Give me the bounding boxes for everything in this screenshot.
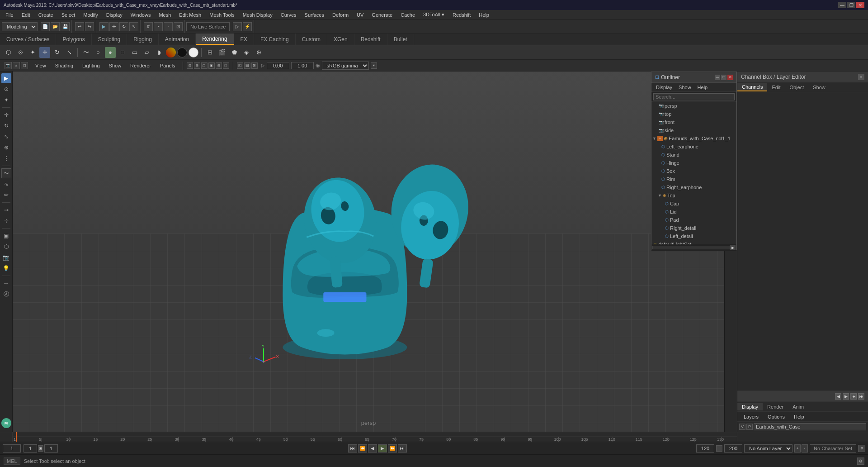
tab-animation[interactable]: Animation: [159, 33, 196, 45]
rotate-tool[interactable]: ↻: [119, 22, 128, 31]
vp-btn1[interactable]: ⊡: [187, 62, 193, 69]
lasso-icon[interactable]: ⊙: [15, 47, 26, 58]
anim-layer-btn1[interactable]: +: [794, 444, 801, 453]
menu-curves[interactable]: Curves: [277, 11, 300, 19]
go-start-btn[interactable]: ⏮: [348, 444, 357, 453]
minimize-button[interactable]: —: [838, 2, 846, 8]
menu-mesh-tools[interactable]: Mesh Tools: [206, 11, 238, 19]
play-back-btn[interactable]: ◀: [368, 444, 377, 453]
gamma-select[interactable]: sRGB gamma: [322, 62, 369, 70]
le-btn4[interactable]: ⏭: [858, 393, 864, 400]
camera-create-btn[interactable]: 📷: [1, 253, 11, 262]
outliner-item-top[interactable]: 📷 top: [651, 110, 736, 118]
vp-btn3[interactable]: ◫: [201, 62, 208, 69]
le-tab-display[interactable]: Display: [737, 403, 763, 410]
menu-uv[interactable]: UV: [353, 11, 367, 19]
menu-surfaces[interactable]: Surfaces: [301, 11, 328, 19]
pencil-btn[interactable]: ✏: [1, 190, 11, 200]
menu-select[interactable]: Select: [58, 11, 79, 19]
joint-btn[interactable]: ⊸: [1, 205, 11, 215]
menu-mesh-display[interactable]: Mesh Display: [239, 11, 276, 19]
cb-tab-show[interactable]: Show: [808, 84, 830, 91]
camera-btn[interactable]: 📷: [5, 62, 12, 69]
menu-display[interactable]: Display: [103, 11, 126, 19]
le-btn2[interactable]: ▶: [843, 393, 849, 400]
anim-layer-select[interactable]: No Anim Layer: [744, 444, 793, 453]
wireframe-btn[interactable]: ◻: [21, 62, 28, 69]
menu-3dto[interactable]: 3DToAll ▾: [420, 11, 448, 19]
tab-sculpting[interactable]: Sculpting: [92, 33, 127, 45]
layer-v-toggle[interactable]: V: [739, 424, 745, 430]
max-frame-input[interactable]: [724, 444, 742, 453]
outliner-item-top-group[interactable]: ▼ ⊕ Top: [651, 191, 736, 200]
panels-menu[interactable]: Panels: [156, 62, 179, 69]
tab-curves-surfaces[interactable]: Curves / Surfaces: [0, 33, 56, 45]
cb-tab-edit[interactable]: Edit: [767, 84, 785, 91]
gate-mask-btn[interactable]: ▤: [244, 62, 250, 69]
outliner-item-cap[interactable]: ⬡ Cap: [651, 200, 736, 208]
viewport[interactable]: X Y Z persp: [13, 71, 724, 432]
nodeEditor-icon[interactable]: ⊕: [253, 47, 264, 58]
cylinder-icon[interactable]: ▭: [129, 47, 140, 58]
play-fwd-btn[interactable]: ▶: [378, 444, 387, 453]
menu-deform[interactable]: Deform: [329, 11, 352, 19]
tab-polygons[interactable]: Polygons: [56, 33, 91, 45]
tab-rendering[interactable]: Rendering: [196, 33, 234, 45]
circle-icon[interactable]: ○: [93, 47, 104, 58]
cb-collapse[interactable]: «: [858, 74, 864, 80]
step-back-btn[interactable]: ⏪: [358, 444, 367, 453]
anim-layer-btn2[interactable]: -: [802, 444, 808, 453]
ipr-btn[interactable]: ⚡: [243, 22, 252, 31]
select-tool-btn[interactable]: ▶: [1, 73, 11, 83]
rotate-icon[interactable]: ↻: [52, 47, 62, 58]
scale-tool-btn[interactable]: ⤡: [1, 132, 11, 142]
le-tab-render[interactable]: Render: [763, 403, 788, 410]
outliner-minimize[interactable]: —: [715, 75, 720, 80]
paint-tool-btn[interactable]: ✦: [1, 95, 11, 105]
outliner-item-right-detail[interactable]: ⬡ Right_detail: [651, 224, 736, 232]
vp-btn2[interactable]: ⊞: [194, 62, 200, 69]
menu-mesh[interactable]: Mesh: [155, 11, 175, 19]
renderer-menu[interactable]: Renderer: [127, 62, 155, 69]
outliner-titlebar[interactable]: ⊡ Outliner — □ ✕: [651, 72, 736, 83]
view-menu[interactable]: View: [32, 62, 50, 69]
menu-generate[interactable]: Generate: [368, 11, 396, 19]
outliner-item-stand[interactable]: ⬡ Stand: [651, 151, 736, 159]
ep-curve-btn[interactable]: ∿: [1, 179, 11, 189]
curve-create-btn[interactable]: 〜: [2, 168, 11, 178]
show-menu[interactable]: Show: [105, 62, 125, 69]
hyp-shade-icon[interactable]: ⬟: [229, 47, 240, 58]
black-circle-icon[interactable]: [177, 48, 187, 57]
outliner-item-lid[interactable]: ⬡ Lid: [651, 208, 736, 216]
cube-icon[interactable]: □: [117, 47, 128, 58]
end-frame-input[interactable]: [696, 444, 714, 453]
outliner-item-hinge[interactable]: ⬡ Hinge: [651, 159, 736, 167]
outliner-item-right-earphone[interactable]: ⬡ Right_earphone: [651, 183, 736, 191]
far-clip-input[interactable]: [291, 62, 314, 69]
sphere-icon[interactable]: ●: [105, 47, 116, 58]
le-help-menu[interactable]: Help: [790, 413, 808, 420]
render-btn[interactable]: ▷: [233, 22, 242, 31]
select-tool[interactable]: ▶: [99, 22, 108, 31]
soft-mod-btn[interactable]: ⋮: [1, 153, 11, 163]
render-region-btn[interactable]: ◰: [237, 62, 243, 69]
paint-select-icon[interactable]: ✦: [27, 47, 38, 58]
mode-select[interactable]: Modeling: [2, 22, 38, 31]
plane-icon[interactable]: ▱: [142, 47, 152, 58]
undo-btn[interactable]: ↩: [75, 22, 84, 31]
open-btn[interactable]: 📂: [51, 22, 60, 31]
near-clip-input[interactable]: [267, 62, 289, 69]
layer-p-toggle[interactable]: P: [746, 424, 753, 430]
snap-grid[interactable]: #: [144, 22, 153, 31]
vp-btn5[interactable]: ⊟: [216, 62, 222, 69]
snap-point[interactable]: ·: [164, 22, 173, 31]
snap-surface[interactable]: ⊡: [174, 22, 183, 31]
outliner-item-rim[interactable]: ⬡ Rim: [651, 175, 736, 183]
scale-icon[interactable]: ⤡: [64, 47, 75, 58]
menu-modify[interactable]: Modify: [80, 11, 101, 19]
menu-create[interactable]: Create: [35, 11, 57, 19]
universal-tool-btn[interactable]: ⊕: [1, 143, 11, 152]
tab-custom[interactable]: Custom: [296, 33, 327, 45]
move-icon[interactable]: ✛: [39, 47, 50, 58]
gradient-icon[interactable]: [166, 48, 176, 57]
